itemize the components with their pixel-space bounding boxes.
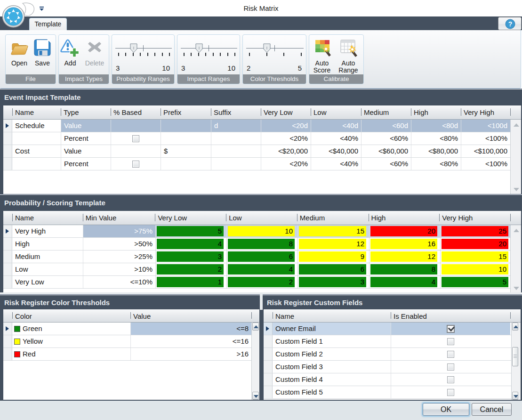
svg-text:?: ? xyxy=(508,20,513,28)
